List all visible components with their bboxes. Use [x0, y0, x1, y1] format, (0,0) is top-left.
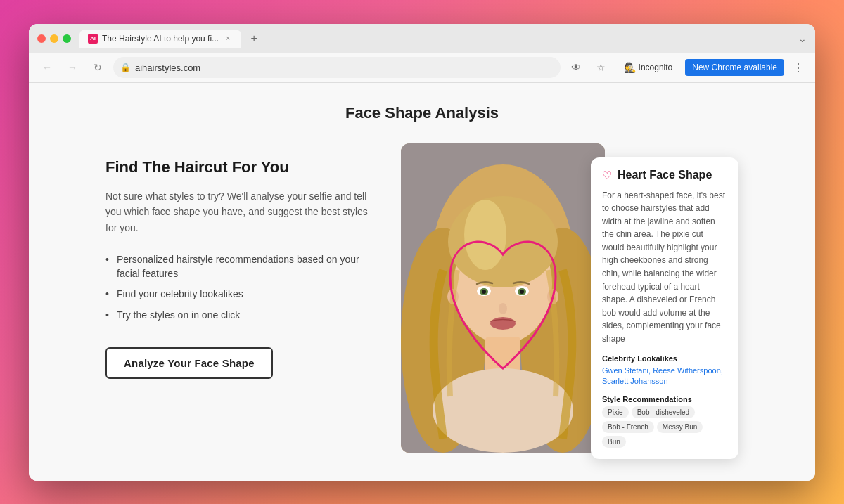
nav-right: 👁 ☆ 🕵 Incognito New Chrome available ⋮: [566, 58, 807, 77]
card-title: Heart Face Shape: [618, 169, 712, 181]
style-tag[interactable]: Bob - French: [602, 421, 654, 433]
style-tag[interactable]: Messy Bun: [657, 421, 703, 433]
list-item: Try the styles on in one click: [106, 305, 373, 326]
close-button[interactable]: [37, 34, 46, 43]
face-shape-card: ♡ Heart Face Shape For a heart-shaped fa…: [591, 157, 738, 460]
style-label: Style Recommendations: [602, 395, 727, 403]
minimize-button[interactable]: [50, 34, 58, 43]
card-description: For a heart-shaped face, it's best to ch…: [602, 189, 727, 346]
lock-icon: 🔒: [120, 63, 131, 72]
page-title: Face Shape Analysis: [345, 104, 499, 122]
left-column: Find The Haircut For You Not sure what s…: [106, 143, 373, 379]
list-item: Find your celebrity lookalikes: [106, 284, 373, 305]
url-text: aihairstyles.com: [135, 63, 554, 73]
style-tag[interactable]: Pixie: [602, 406, 629, 418]
right-column: ♡ Heart Face Shape For a heart-shaped fa…: [401, 143, 738, 467]
section-description: Not sure what styles to try? We'll analy…: [106, 188, 373, 235]
section-heading: Find The Haircut For You: [106, 157, 373, 178]
new-tab-button[interactable]: +: [244, 29, 264, 49]
address-bar[interactable]: 🔒 aihairstyles.com: [113, 57, 561, 78]
back-button[interactable]: ←: [37, 58, 57, 77]
title-bar: AI The Hairstyle AI to help you fi... × …: [29, 24, 815, 53]
celebrity-names: Gwen Stefani, Reese Witherspoon, Scarlet…: [602, 366, 727, 387]
chevron-down-icon[interactable]: ⌄: [798, 33, 807, 44]
refresh-button[interactable]: ↻: [88, 58, 108, 77]
new-chrome-button[interactable]: New Chrome available: [685, 59, 784, 76]
traffic-lights: [37, 34, 71, 43]
analyze-face-button[interactable]: Analyze Your Face Shape: [106, 347, 273, 379]
tab-label: The Hairstyle AI to help you fi...: [102, 34, 219, 44]
maximize-button[interactable]: [63, 34, 71, 43]
tab-close-button[interactable]: ×: [223, 34, 233, 44]
face-image: [401, 143, 605, 453]
forward-button[interactable]: →: [63, 58, 82, 77]
page-content: Face Shape Analysis Find The Haircut For…: [29, 83, 815, 481]
eye-icon[interactable]: 👁: [566, 58, 586, 77]
style-tag[interactable]: Bun: [602, 436, 626, 448]
title-bar-right: ⌄: [798, 33, 807, 44]
list-item: Personalized hairstyle recommendations b…: [106, 250, 373, 284]
heart-face-icon: ♡: [602, 169, 612, 182]
face-placeholder: [401, 143, 605, 453]
incognito-button[interactable]: 🕵 Incognito: [617, 59, 680, 76]
style-tag[interactable]: Bob - disheveled: [632, 406, 696, 418]
card-header: ♡ Heart Face Shape: [602, 169, 727, 182]
tab-favicon: AI: [88, 34, 98, 44]
bookmark-icon[interactable]: ☆: [592, 58, 611, 77]
page-inner: Face Shape Analysis Find The Haircut For…: [29, 83, 815, 481]
more-options-icon[interactable]: ⋮: [790, 61, 807, 75]
tab-bar: AI The Hairstyle AI to help you fi... × …: [79, 29, 798, 49]
feature-list: Personalized hairstyle recommendations b…: [106, 250, 373, 325]
browser-window: AI The Hairstyle AI to help you fi... × …: [29, 24, 815, 481]
nav-bar: ← → ↻ 🔒 aihairstyles.com 👁 ☆ 🕵 Incognito…: [29, 53, 815, 83]
incognito-icon: 🕵: [624, 62, 636, 73]
style-tags: Pixie Bob - disheveled Bob - French Mess…: [602, 406, 727, 448]
celebrity-label: Celebrity Lookalikes: [602, 354, 727, 363]
active-tab[interactable]: AI The Hairstyle AI to help you fi... ×: [79, 30, 241, 48]
incognito-label: Incognito: [639, 63, 673, 72]
main-section: Find The Haircut For You Not sure what s…: [106, 143, 738, 467]
